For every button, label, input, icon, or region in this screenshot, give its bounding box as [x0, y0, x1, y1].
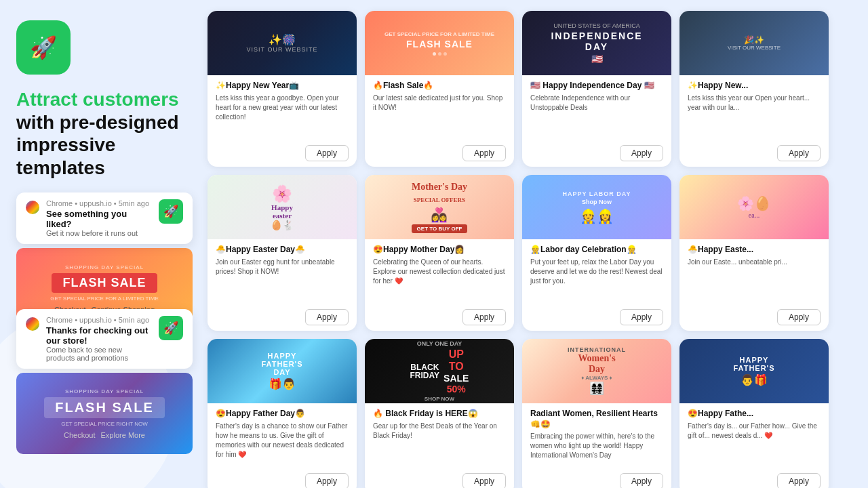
- template-card-black-friday: ONLY ONE DAY BLACKFRIDAY UPTO SALE 50% S…: [365, 339, 514, 488]
- template-desc-new-year-2: Lets kiss this year our Open your heart.…: [688, 94, 821, 138]
- template-title-new-year-2: ✨Happy New...: [688, 81, 821, 92]
- banner-2-sub: GET SPECIAL PRICE RIGHT NOW: [61, 421, 147, 427]
- notif-1-body: Get it now before it runs out: [46, 229, 152, 237]
- templates-grid: ✨🎆 VISIT OUR WEBSITE ✨Happy New Year📺 Le…: [197, 11, 868, 477]
- apply-button-easter[interactable]: Apply: [305, 309, 349, 325]
- banner-2-explore[interactable]: Explore More: [101, 431, 145, 439]
- notification-card-2: Chrome • uppush.io • 5min ago Thanks for…: [16, 309, 193, 369]
- template-desc-fathers-day-2: Father's day is... our Father how... Giv…: [688, 422, 821, 466]
- template-image-new-year-2: 🎉✨ VISIT OUR WEBSITE: [679, 11, 829, 75]
- notif-2-body: Come back to see new products and promot…: [46, 346, 152, 362]
- notif-1-meta: Chrome • uppush.io • 5min ago: [46, 199, 152, 207]
- right-panel: ✨🎆 VISIT OUR WEBSITE ✨Happy New Year📺 Le…: [197, 0, 868, 488]
- template-desc-black-friday: Gear up for the Best Deals of the Year o…: [373, 422, 506, 466]
- template-title-flash-sale: 🔥Flash Sale🔥: [373, 81, 506, 92]
- template-desc-fathers-day: Father's day is a chance to show our Fat…: [216, 422, 349, 466]
- headline-black: with pre-designed impressive templates: [16, 111, 180, 180]
- app-logo: 🚀: [16, 20, 71, 75]
- template-card-new-year: ✨🎆 VISIT OUR WEBSITE ✨Happy New Year📺 Le…: [208, 11, 357, 167]
- template-image-easter-2: 🌸🥚 ea...: [679, 175, 829, 239]
- template-card-labor-day: HAPPY LABOR DAY Shop Now 👷👷‍♀️ 👷Labor da…: [522, 175, 671, 331]
- notif-2-rocket-icon: 🚀: [159, 316, 183, 340]
- left-panel: 🚀 Attract customers with pre-designed im…: [0, 0, 197, 488]
- headline: Attract customers with pre-designed impr…: [16, 88, 180, 179]
- apply-button-fathers-day-2[interactable]: Apply: [777, 473, 821, 488]
- template-image-black-friday: ONLY ONE DAY BLACKFRIDAY UPTO SALE 50% S…: [365, 339, 514, 403]
- template-title-new-year: ✨Happy New Year📺: [216, 81, 349, 92]
- template-desc-new-year: Lets kiss this year a goodbye. Open your…: [216, 94, 349, 138]
- template-title-fathers-day-2: 😍Happy Fathe...: [688, 409, 821, 420]
- banner-1-sub: GET SPECIAL PRICE FOR A LIMITED TIME: [50, 296, 158, 302]
- apply-button-womens-day[interactable]: Apply: [620, 473, 663, 488]
- banner-1-tag: SHOPPING DAY SPECIAL: [65, 264, 144, 270]
- template-title-black-friday: 🔥 Black Friday is HERE😱: [373, 409, 506, 420]
- template-desc-mothers-day: Celebrating the Queen of our hearts. Exp…: [373, 258, 506, 302]
- template-desc-easter-2: Join our Easte... unbeatable pri...: [688, 258, 821, 302]
- template-card-easter: 🌸 Happyeaster 🥚🐇 🐣Happy Easter Day🐣 Join…: [208, 175, 357, 331]
- notification-card-1: Chrome • uppush.io • 5min ago See someth…: [16, 192, 193, 244]
- template-image-fathers-day-2: HAPPYFATHER'S 👨🎁: [679, 339, 829, 403]
- apply-button-independence[interactable]: Apply: [620, 145, 663, 161]
- banner-1-title: FLASH SALE: [52, 273, 157, 293]
- apply-button-flash-sale[interactable]: Apply: [462, 145, 506, 161]
- template-card-womens-day: INTERNATIONAL Women'sDay ♦ ALWAYS ♦ 👩‍👩‍…: [522, 339, 671, 488]
- template-card-independence: UNITED STATES OF AMERICA INDEPENDENCEDAY…: [522, 11, 671, 167]
- headline-green: Attract customers: [16, 88, 180, 111]
- template-card-new-year-2: 🎉✨ VISIT OUR WEBSITE ✨Happy New... Lets …: [679, 11, 829, 167]
- template-card-fathers-day: HAPPYFATHER'SDAY 🎁👨 😍Happy Father Day👨 F…: [208, 339, 357, 488]
- notif-1-title: See something you liked?: [46, 209, 152, 229]
- notif-2-title: Thanks for checking out our store!: [46, 325, 152, 346]
- notif-2-meta: Chrome • uppush.io • 5min ago: [46, 316, 152, 324]
- template-image-independence: UNITED STATES OF AMERICA INDEPENDENCEDAY…: [522, 11, 671, 75]
- apply-button-mothers-day[interactable]: Apply: [462, 309, 506, 325]
- chrome-icon: [26, 201, 39, 214]
- template-desc-independence: Celebrate Independence with our Unstoppa…: [530, 94, 663, 138]
- apply-button-new-year[interactable]: Apply: [305, 145, 349, 161]
- banner-2-title: FLASH SALE: [44, 397, 165, 418]
- template-image-mothers-day: Mother's DaySPECIAL OFFERS 👩‍❤️‍👩 GET TO…: [365, 175, 514, 239]
- template-image-womens-day: INTERNATIONAL Women'sDay ♦ ALWAYS ♦ 👩‍👩‍…: [522, 339, 671, 403]
- apply-button-new-year-2[interactable]: Apply: [777, 145, 821, 161]
- banner-2-checkout[interactable]: Checkout: [64, 431, 95, 439]
- apply-button-fathers-day[interactable]: Apply: [305, 473, 349, 488]
- notif-1-rocket-icon: 🚀: [159, 199, 183, 224]
- template-title-fathers-day: 😍Happy Father Day👨: [216, 409, 349, 420]
- template-image-fathers-day: HAPPYFATHER'SDAY 🎁👨: [208, 339, 357, 403]
- template-image-new-year: ✨🎆 VISIT OUR WEBSITE: [208, 11, 357, 75]
- banner-preview-2: SHOPPING DAY SPECIAL FLASH SALE GET SPEC…: [16, 373, 193, 454]
- template-card-flash-sale: GET SPECIAL PRICE FOR A LIMITED TIME FLA…: [365, 11, 514, 167]
- template-desc-womens-day: Embracing the power within, here's to th…: [530, 432, 663, 466]
- template-desc-labor-day: Put your feet up, relax the Labor Day yo…: [530, 258, 663, 302]
- template-title-independence: 🇺🇸 Happy Independence Day 🇺🇸: [530, 81, 663, 92]
- template-desc-easter: Join our Easter egg hunt for unbeatable …: [216, 258, 349, 302]
- template-title-mothers-day: 😍Happy Mother Day👩: [373, 245, 506, 256]
- banner-2-tag: SHOPPING DAY SPECIAL: [65, 388, 144, 394]
- template-card-easter-2: 🌸🥚 ea... 🐣Happy Easte... Join our Easte.…: [679, 175, 829, 331]
- template-image-easter: 🌸 Happyeaster 🥚🐇: [208, 175, 357, 239]
- apply-button-labor-day[interactable]: Apply: [620, 309, 663, 325]
- chrome-icon-2: [26, 317, 39, 331]
- rocket-icon: 🚀: [30, 35, 57, 60]
- apply-button-black-friday[interactable]: Apply: [462, 473, 506, 488]
- template-title-labor-day: 👷Labor day Celebration👷: [530, 245, 663, 256]
- template-card-mothers-day: Mother's DaySPECIAL OFFERS 👩‍❤️‍👩 GET TO…: [365, 175, 514, 331]
- template-title-womens-day: Radiant Women, Resilient Hearts 👊🤩: [530, 409, 663, 430]
- apply-button-easter-2[interactable]: Apply: [777, 309, 821, 325]
- template-image-labor-day: HAPPY LABOR DAY Shop Now 👷👷‍♀️: [522, 175, 671, 239]
- template-card-fathers-day-2: HAPPYFATHER'S 👨🎁 😍Happy Fathe... Father'…: [679, 339, 829, 488]
- template-title-easter: 🐣Happy Easter Day🐣: [216, 245, 349, 256]
- template-title-easter-2: 🐣Happy Easte...: [688, 245, 821, 256]
- template-desc-flash-sale: Our latest sale dedicated just for you. …: [373, 94, 506, 138]
- template-image-flash-sale: GET SPECIAL PRICE FOR A LIMITED TIME FLA…: [365, 11, 514, 75]
